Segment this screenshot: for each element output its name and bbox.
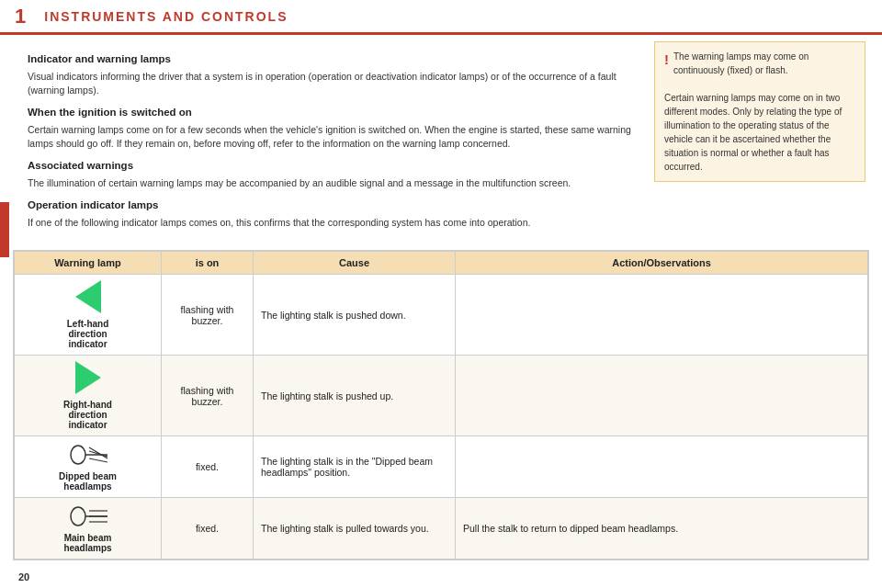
cause-cell-1: The lighting stalk is pushed down.	[254, 275, 456, 356]
col-header-action: Action/Observations	[456, 252, 868, 275]
lamp-cell-3: Dipped beamheadlamps	[15, 436, 162, 498]
cause-cell-2: The lighting stalk is pushed up.	[254, 356, 456, 436]
section-heading-4: Operation indicator lamps	[28, 198, 639, 213]
table-row: Main beamheadlamps fixed. The lighting s…	[15, 498, 868, 560]
section-heading-1: Indicator and warning lamps	[28, 51, 639, 67]
dipped-beam-icon	[69, 442, 107, 469]
svg-line-3	[89, 447, 107, 458]
col-header-cause: Cause	[254, 252, 456, 275]
page-header: 1 INSTRUMENTS and CONTROLS	[0, 0, 882, 35]
chapter-tab	[0, 202, 9, 257]
arrow-right-icon	[75, 361, 101, 394]
is-on-cell-2: flashing with buzzer.	[162, 356, 254, 436]
page-number: 1	[15, 5, 26, 28]
is-on-cell-1: flashing with buzzer.	[162, 275, 254, 356]
table-row: Left-handdirectionindicator flashing wit…	[15, 275, 868, 356]
lamp-cell-2: Right-handdirectionindicator	[15, 356, 162, 436]
table-row: Dipped beamheadlamps fixed. The lighting…	[15, 436, 868, 498]
action-cell-2	[456, 356, 868, 436]
svg-point-5	[71, 507, 85, 526]
lamp-cell-4: Main beamheadlamps	[15, 498, 162, 560]
section-para-3: The illumination of certain warning lamp…	[28, 176, 639, 190]
warning-lamp-table: Warning lamp is on Cause Action/Observat…	[13, 250, 869, 560]
action-cell-1	[456, 275, 868, 356]
section-heading-3: Associated warnings	[28, 158, 639, 174]
page-footer-number: 20	[18, 571, 29, 582]
action-cell-3	[456, 436, 868, 498]
main-beam-icon	[69, 503, 107, 531]
cause-cell-3: The lighting stalk is in the "Dipped bea…	[254, 436, 456, 498]
exclamation-icon: !	[664, 50, 669, 71]
section-para-2: Certain warning lamps come on for a few …	[28, 123, 639, 151]
section-para-1: Visual indicators informing the driver t…	[28, 70, 639, 97]
section-para-4: If one of the following indicator lamps …	[28, 216, 639, 230]
action-cell-4: Pull the stalk to return to dipped beam …	[456, 498, 868, 560]
lamp-name-1: Left-handdirectionindicator	[67, 319, 109, 349]
lamp-name-2: Right-handdirectionindicator	[63, 400, 112, 430]
lamp-cell-1: Left-handdirectionindicator	[15, 275, 162, 356]
col-header-is-on: is on	[162, 252, 254, 275]
table-row: Right-handdirectionindicator flashing wi…	[15, 356, 868, 436]
page-title: INSTRUMENTS and CONTROLS	[44, 9, 288, 24]
svg-line-4	[89, 458, 107, 462]
svg-line-2	[89, 451, 107, 457]
cause-cell-4: The lighting stalk is pulled towards you…	[254, 498, 456, 560]
svg-point-0	[71, 446, 85, 464]
is-on-cell-4: fixed.	[162, 498, 254, 560]
col-header-warning-lamp: Warning lamp	[15, 252, 162, 275]
lamp-name-4: Main beamheadlamps	[63, 533, 111, 553]
table-header-row: Warning lamp is on Cause Action/Observat…	[15, 252, 868, 275]
lamp-name-3: Dipped beamheadlamps	[59, 471, 117, 492]
section-heading-2: When the ignition is switched on	[28, 105, 639, 120]
warning-note-box: ! The warning lamps may come on continuo…	[654, 41, 865, 182]
arrow-left-icon	[75, 280, 101, 313]
is-on-cell-3: fixed.	[162, 436, 254, 498]
warning-note-text: The warning lamps may come on continuous…	[664, 50, 855, 174]
